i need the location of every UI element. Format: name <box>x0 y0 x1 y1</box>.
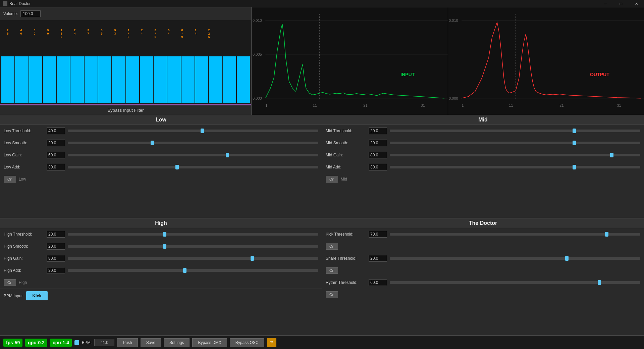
bpm-input-label: BPM Input: <box>4 294 23 298</box>
mid-threshold-input[interactable] <box>369 128 387 134</box>
kick-on-button[interactable]: On <box>326 243 338 250</box>
level-bar <box>195 56 208 103</box>
svg-text:0.000: 0.000 <box>449 96 458 100</box>
high-smooth-input[interactable] <box>47 243 65 250</box>
bypass-osc-button[interactable]: Bypass OSC <box>230 338 264 347</box>
svg-text:OUTPUT: OUTPUT <box>590 72 609 77</box>
push-button[interactable]: Push <box>117 338 138 347</box>
level-bar <box>57 56 70 103</box>
channel-col: 93 <box>109 29 121 39</box>
low-section: Low Low Threshold: Low Smooth: <box>0 115 322 218</box>
volume-input[interactable] <box>20 10 41 17</box>
app-title: Beat Doctor <box>9 1 31 6</box>
low-add-label: Low Add: <box>4 165 44 169</box>
channel-col: 150 <box>55 29 68 39</box>
mid-section: Mid Mid Threshold: Mid Smooth: <box>322 115 644 218</box>
high-channel-label[interactable] <box>19 280 318 285</box>
bpm-row: BPM Input: Kick <box>0 289 322 303</box>
mid-threshold-slider[interactable] <box>390 129 640 133</box>
window-controls: ─ □ ✕ <box>598 0 644 7</box>
bypass-dmx-button[interactable]: Bypass DMX <box>192 338 227 347</box>
mid-add-row: Mid Add: <box>322 161 644 173</box>
level-bar <box>15 56 28 103</box>
high-gain-label: High Gain: <box>4 256 44 261</box>
mid-on-button[interactable]: On <box>326 176 338 183</box>
close-button[interactable]: ✕ <box>629 0 644 7</box>
left-panel: Volume: 25 40 60 90 <box>0 7 252 115</box>
kick-threshold-slider[interactable] <box>390 232 640 237</box>
snare-threshold-input[interactable] <box>369 255 387 262</box>
save-button[interactable]: Save <box>141 338 161 347</box>
channel-col: 60 <box>28 29 41 39</box>
level-bar <box>112 56 125 103</box>
low-gain-input[interactable] <box>47 152 65 158</box>
high-threshold-input[interactable] <box>47 231 65 238</box>
snare-on-row: On <box>322 264 644 277</box>
high-on-button[interactable]: On <box>4 279 16 286</box>
level-bar <box>140 56 153 103</box>
high-smooth-row: High Smooth: <box>0 240 322 252</box>
high-add-input[interactable] <box>47 267 65 274</box>
low-add-input[interactable] <box>47 164 65 170</box>
mid-add-label: Mid Add: <box>326 165 366 169</box>
snare-on-button[interactable]: On <box>326 267 338 274</box>
low-smooth-input[interactable] <box>47 140 65 146</box>
doctor-title: The Doctor <box>322 218 644 228</box>
low-smooth-slider[interactable] <box>68 141 318 145</box>
channel-col: 22K <box>203 29 215 39</box>
mid-gain-input[interactable] <box>369 152 387 158</box>
kick-threshold-thumb <box>605 232 608 237</box>
level-bar <box>126 56 139 103</box>
mid-add-input[interactable] <box>369 164 387 170</box>
level-bar <box>43 56 56 103</box>
low-gain-slider[interactable] <box>68 153 318 157</box>
high-threshold-thumb <box>163 232 166 237</box>
channel-col: 40 <box>15 29 28 39</box>
high-on-row: On <box>0 277 322 289</box>
bpm-status-input[interactable] <box>94 339 114 346</box>
level-bar <box>98 56 111 103</box>
channel-col: 1*5 <box>122 29 135 39</box>
high-threshold-slider[interactable] <box>68 232 318 237</box>
svg-text:INPUT: INPUT <box>400 72 415 77</box>
input-waveform-svg: 0.010 0.005 0.000 1 11 21 31 INPUT <box>252 7 448 115</box>
mid-gain-slider[interactable] <box>390 153 640 157</box>
kick-button[interactable]: Kick <box>26 291 47 300</box>
rythm-threshold-slider[interactable] <box>390 280 640 285</box>
settings-button[interactable]: Settings <box>164 338 190 347</box>
kick-threshold-row: Kick Threshold: <box>322 228 644 240</box>
mid-channel-label[interactable] <box>341 177 640 182</box>
maximize-button[interactable]: □ <box>613 0 629 7</box>
help-button[interactable]: ? <box>267 338 276 347</box>
svg-text:31: 31 <box>617 103 621 107</box>
low-threshold-input[interactable] <box>47 128 65 134</box>
channel-col: 3*6 <box>149 29 162 39</box>
level-bar <box>154 56 167 103</box>
mid-smooth-slider[interactable] <box>390 141 640 145</box>
minimize-button[interactable]: ─ <box>598 0 613 7</box>
bpm-status-label: BPM: <box>82 340 92 345</box>
low-channel-label[interactable] <box>19 177 318 182</box>
mid-smooth-input[interactable] <box>369 140 387 146</box>
high-gain-input[interactable] <box>47 255 65 262</box>
level-bar <box>181 56 195 103</box>
low-threshold-slider[interactable] <box>68 129 318 133</box>
high-add-row: High Add: <box>0 264 322 277</box>
low-on-button[interactable]: On <box>4 176 16 183</box>
input-waveform-panel: 0.010 0.005 0.000 1 11 21 31 INPUT <box>252 7 448 115</box>
rythm-on-button[interactable]: On <box>326 291 338 298</box>
low-add-slider[interactable] <box>68 165 318 169</box>
low-add-thumb <box>175 165 179 169</box>
svg-text:21: 21 <box>559 103 564 107</box>
low-smooth-row: Low Smooth: <box>0 137 322 149</box>
rythm-on-row: On <box>322 289 644 301</box>
snare-threshold-slider[interactable] <box>390 256 640 261</box>
high-smooth-slider[interactable] <box>68 244 318 249</box>
kick-threshold-input[interactable] <box>369 231 387 238</box>
high-add-slider[interactable] <box>68 268 318 273</box>
high-gain-slider[interactable] <box>68 256 318 261</box>
snare-threshold-thumb <box>565 256 569 261</box>
mid-threshold-label: Mid Threshold: <box>326 129 366 133</box>
mid-add-slider[interactable] <box>390 165 640 169</box>
rythm-threshold-input[interactable] <box>369 279 387 286</box>
